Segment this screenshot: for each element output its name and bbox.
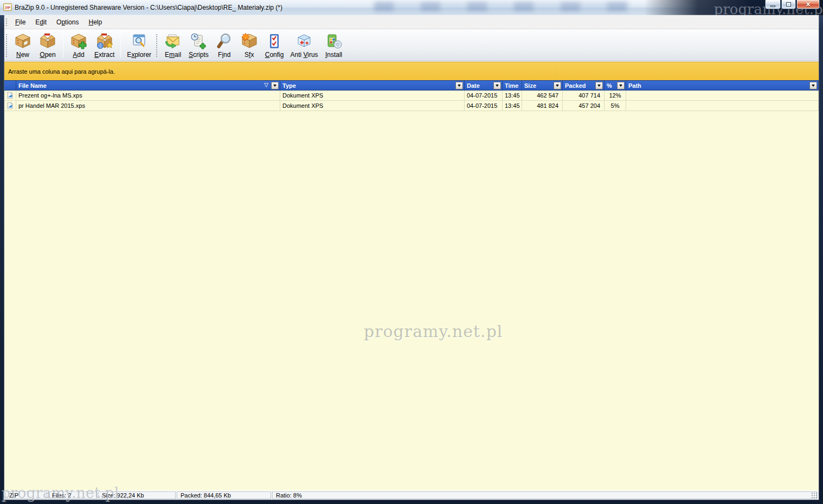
status-panel-size: Size: 922,24 Kb <box>98 492 176 499</box>
cell-packed: 457 204 <box>563 101 605 111</box>
menu-file[interactable]: File <box>10 16 30 28</box>
toolbar-label: Config <box>265 51 284 59</box>
resize-grip[interactable] <box>811 492 818 499</box>
app-window: ZIP BraZip 9.0 - Unregistered Shareware … <box>0 0 823 504</box>
title-bar[interactable]: ZIP BraZip 9.0 - Unregistered Shareware … <box>0 0 823 15</box>
status-bar: ZIPFiles: 2Size: 922,24 KbPacked: 844,65… <box>4 490 819 500</box>
status-panel-packed: Packed: 844,65 Kb <box>177 492 271 499</box>
toolbar-label: Find <box>218 51 230 59</box>
xps-document-icon <box>4 91 16 101</box>
grid-body: Prezent og+-lna MS.xpsDokument XPS04-07-… <box>4 91 819 111</box>
minimize-icon <box>770 5 775 7</box>
toolbar-gripper[interactable] <box>156 34 158 57</box>
toolbar-extract-button[interactable]: Extract <box>91 30 118 60</box>
column-filter-dropdown[interactable] <box>617 82 625 89</box>
column-label: Path <box>628 82 641 89</box>
watermark-center: programy.net.pl <box>364 322 503 341</box>
app-icon: ZIP <box>3 3 12 12</box>
column-header-type[interactable]: Type <box>280 81 465 90</box>
toolbar-label: Install <box>325 51 342 59</box>
toolbar-label: Sfx <box>245 51 254 59</box>
email-icon <box>164 32 182 50</box>
cell-path <box>626 91 819 101</box>
menu-help[interactable]: Help <box>83 16 107 28</box>
toolbar-scripts-button[interactable]: Scripts <box>185 30 212 60</box>
column-label: Size <box>524 82 536 89</box>
toolbar-gripper[interactable] <box>5 34 8 57</box>
maximize-button[interactable] <box>781 0 796 9</box>
file-row[interactable]: Prezent og+-lna MS.xpsDokument XPS04-07-… <box>4 91 819 101</box>
column-filter-dropdown[interactable] <box>493 82 501 89</box>
minimize-button[interactable] <box>765 0 781 9</box>
titlebar-glass-artifact <box>374 2 629 11</box>
close-icon: ✕ <box>806 2 811 8</box>
cell-size: 481 824 <box>522 101 563 111</box>
status-panel-ratio: Ratio: 8% <box>272 492 817 499</box>
toolbar-gripper[interactable] <box>5 18 8 27</box>
column-filter-dropdown[interactable] <box>554 82 561 89</box>
toolbar-new-button[interactable]: New <box>10 30 35 60</box>
column-label: Time <box>505 82 518 89</box>
column-label: % <box>607 82 612 89</box>
close-button[interactable]: ✕ <box>796 0 820 9</box>
toolbar-config-button[interactable]: Config <box>262 30 287 60</box>
column-header-name[interactable]: File Name <box>16 81 280 90</box>
toolbar-email-button[interactable]: Email <box>160 30 185 60</box>
toolbar: NewOpenAddExtractExplorerEmailScriptsFin… <box>4 29 819 61</box>
cell-time: 13:45 <box>503 101 522 111</box>
toolbar-label: Open <box>40 51 55 59</box>
column-header-pct[interactable]: % <box>605 81 626 90</box>
toolbar-label: Anti Virus <box>290 51 318 59</box>
column-filter-dropdown[interactable] <box>595 82 603 89</box>
cell-time: 13:45 <box>503 91 522 101</box>
menu-options[interactable]: Options <box>52 16 83 28</box>
grid-header: File NameTypeDateTimeSizePacked%Path <box>4 80 819 91</box>
column-header-date[interactable]: Date <box>465 81 503 90</box>
cell-size: 462 547 <box>522 91 563 101</box>
config-icon <box>265 32 284 50</box>
toolbar-add-button[interactable]: Add <box>66 30 91 60</box>
maximize-icon <box>786 2 791 7</box>
column-label: Packed <box>565 82 586 89</box>
column-filter-dropdown[interactable] <box>455 82 463 89</box>
menu-bar: FileEditOptionsHelp <box>4 15 819 29</box>
status-panel-files: Files: 2 <box>48 492 97 499</box>
cell-date: 04-07-2015 <box>465 101 503 111</box>
explorer-icon <box>130 32 149 50</box>
extract-icon <box>95 32 114 50</box>
cell-type: Dokument XPS <box>280 101 465 111</box>
group-by-band[interactable]: Arraste uma coluna aqui para agrupá-la. <box>4 62 819 80</box>
column-header-size[interactable]: Size <box>522 81 563 90</box>
toolbar-find-button[interactable]: Find <box>212 30 237 60</box>
status-panel-format: ZIP <box>5 492 47 499</box>
column-label: Type <box>282 82 296 89</box>
toolbar-sfx-button[interactable]: Sfx <box>237 30 262 60</box>
column-header-time[interactable]: Time <box>503 81 522 90</box>
toolbar-explorer-button[interactable]: Explorer <box>124 30 155 60</box>
cell-path <box>626 101 819 111</box>
toolbar-label: Add <box>73 51 84 59</box>
column-header-icon <box>4 81 16 90</box>
toolbar-label: Email <box>165 51 181 59</box>
toolbar-antivirus-button[interactable]: Anti Virus <box>287 30 321 60</box>
cell-type: Dokument XPS <box>280 91 465 101</box>
svg-text:ZIP: ZIP <box>5 5 10 9</box>
find-icon <box>215 32 234 50</box>
add-icon <box>69 32 88 50</box>
sfx-icon <box>240 32 259 50</box>
scripts-icon <box>189 32 208 50</box>
column-header-packed[interactable]: Packed <box>563 81 605 90</box>
column-header-path[interactable]: Path <box>626 81 819 90</box>
toolbar-separator <box>120 33 121 58</box>
window-content: FileEditOptionsHelp NewOpenAddExtractExp… <box>4 15 819 500</box>
menu-edit[interactable]: Edit <box>30 16 52 28</box>
toolbar-open-button[interactable]: Open <box>35 30 60 60</box>
toolbar-install-button[interactable]: Install <box>322 30 346 60</box>
antivirus-icon <box>295 32 313 50</box>
column-filter-dropdown[interactable] <box>271 82 279 89</box>
toolbar-label: Scripts <box>189 51 209 59</box>
cell-packed: 407 714 <box>563 91 605 101</box>
xps-document-icon <box>4 101 16 111</box>
column-filter-dropdown[interactable] <box>809 82 817 89</box>
file-row[interactable]: pr Handel MAR 2015.xpsDokument XPS04-07-… <box>4 101 819 111</box>
